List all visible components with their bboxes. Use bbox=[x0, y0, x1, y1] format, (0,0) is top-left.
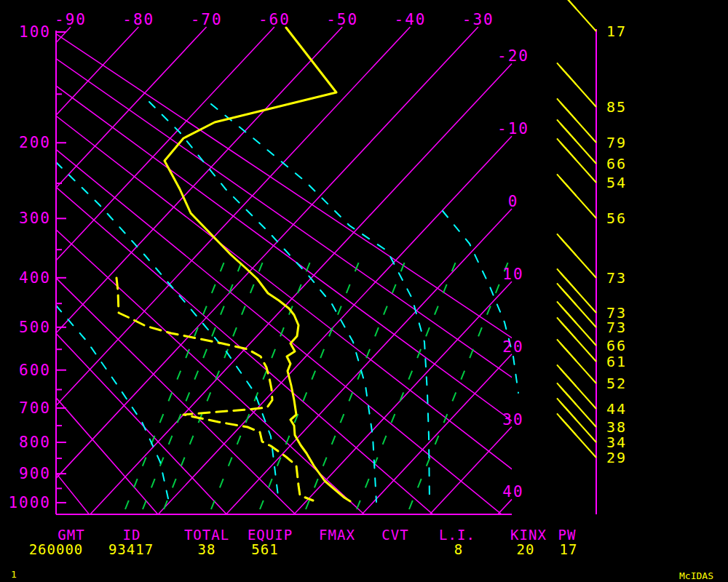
wind-speed-label: 44 bbox=[606, 400, 627, 418]
stat-header: GMT bbox=[58, 527, 84, 543]
pressure-label: 500 bbox=[19, 319, 51, 336]
temp-label-right: -20 bbox=[497, 47, 529, 65]
wind-speed-label: 29 bbox=[606, 449, 627, 466]
wind-speed-label: 17 bbox=[606, 23, 627, 40]
stat-value: 17 bbox=[560, 541, 578, 557]
pressure-label: 300 bbox=[19, 210, 51, 227]
temp-label-top: -30 bbox=[462, 11, 494, 28]
wind-speed-label: 66 bbox=[606, 155, 627, 172]
wind-speed-label: 66 bbox=[606, 337, 627, 354]
stat-header: KINX bbox=[510, 527, 547, 543]
stat-value: 561 bbox=[251, 541, 278, 557]
temp-label-top: -80 bbox=[122, 11, 154, 28]
pressure-label: 700 bbox=[19, 399, 51, 417]
frame-number: 1 bbox=[11, 569, 17, 580]
pressure-label: 800 bbox=[19, 434, 51, 451]
stat-value: 8 bbox=[454, 541, 463, 557]
pressure-label: 100 bbox=[19, 23, 51, 41]
wind-speed-label: 56 bbox=[606, 210, 627, 227]
temp-label-top: -60 bbox=[258, 11, 290, 28]
stat-value: 260000 bbox=[29, 541, 84, 557]
temp-label-right: 40 bbox=[502, 483, 523, 501]
pressure-label: 200 bbox=[19, 134, 51, 151]
temp-label-right: 0 bbox=[508, 193, 519, 210]
pressure-label: 1000 bbox=[8, 494, 51, 511]
stat-value: 93417 bbox=[108, 541, 154, 557]
temp-label-right: 20 bbox=[502, 338, 523, 356]
mcidas-skewt-screen: 1002003004005006007008009001000-90-80-70… bbox=[0, 0, 728, 582]
temp-label-top: -40 bbox=[395, 11, 427, 28]
temp-label-top: -50 bbox=[326, 11, 358, 28]
stat-header: FMAX bbox=[319, 527, 355, 543]
stat-header: CVT bbox=[381, 527, 408, 543]
temp-label-top: -90 bbox=[55, 11, 87, 28]
temp-label-right: -10 bbox=[497, 120, 529, 137]
pressure-label: 600 bbox=[19, 362, 51, 379]
stat-value: 20 bbox=[517, 541, 535, 557]
temp-label-top: -70 bbox=[191, 11, 223, 28]
wind-speed-label: 73 bbox=[606, 319, 627, 336]
brand-label: McIDAS bbox=[679, 570, 713, 581]
wind-speed-label: 54 bbox=[606, 174, 627, 191]
stat-header: L.I. bbox=[439, 527, 475, 543]
wind-speed-label: 85 bbox=[606, 98, 627, 116]
wind-speed-label: 52 bbox=[606, 375, 627, 392]
stat-header: PW bbox=[558, 527, 577, 543]
stat-header: ID bbox=[123, 527, 141, 543]
wind-speed-label: 73 bbox=[606, 269, 627, 287]
pressure-label: 900 bbox=[19, 465, 51, 482]
stat-header: EQUIP bbox=[248, 527, 293, 543]
temp-label-right: 30 bbox=[502, 411, 523, 428]
pressure-label: 400 bbox=[19, 269, 51, 287]
temp-label-right: 10 bbox=[502, 266, 523, 283]
wind-speed-label: 79 bbox=[606, 134, 627, 151]
stat-value: 38 bbox=[198, 541, 216, 557]
stat-header: TOTAL bbox=[184, 527, 229, 543]
wind-speed-label: 61 bbox=[606, 353, 627, 370]
skewt-chart: 1002003004005006007008009001000-90-80-70… bbox=[0, 0, 728, 582]
